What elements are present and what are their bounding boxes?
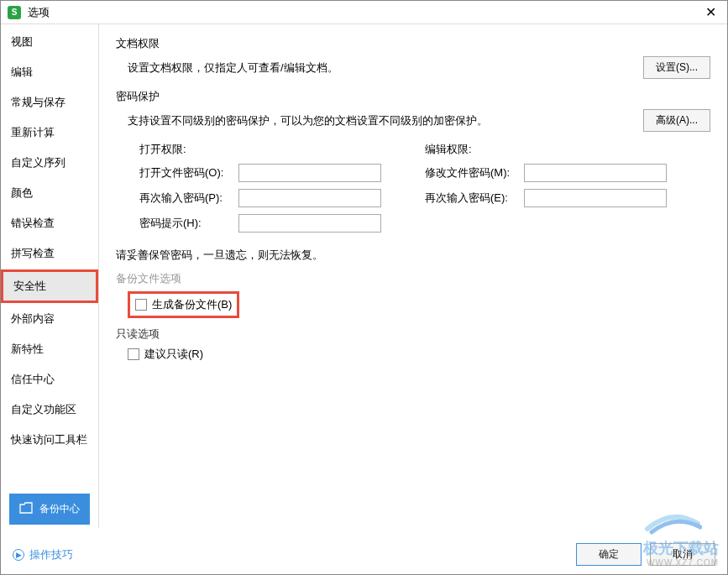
generate-backup-checkbox[interactable] xyxy=(135,299,147,311)
sidebar-item-new-feature[interactable]: 新特性 xyxy=(1,335,98,363)
sidebar: 视图 编辑 常规与保存 重新计算 自定义序列 颜色 错误检查 拼写检查 安全性 … xyxy=(1,24,99,528)
titlebar: S 选项 ✕ xyxy=(1,1,727,24)
pw-protect-row: 支持设置不同级别的密码保护，可以为您的文档设置不同级别的加密保护。 高级(A).… xyxy=(116,109,710,132)
doc-perm-row: 设置文档权限，仅指定人可查看/编辑文档。 设置(S)... xyxy=(116,56,710,79)
hint-label: 密码提示(H): xyxy=(139,216,238,231)
backup-options-title: 备份文件选项 xyxy=(116,271,710,286)
close-button[interactable]: ✕ xyxy=(700,3,720,23)
backup-checkbox-row: 生成备份文件(B) xyxy=(116,291,710,318)
open-pwd-label: 打开文件密码(O): xyxy=(139,165,238,180)
backup-center-button[interactable]: 备份中心 xyxy=(9,494,90,525)
open-perm-label: 打开权限: xyxy=(139,142,238,157)
edit-perm-label: 编辑权限: xyxy=(425,142,524,157)
advanced-button[interactable]: 高级(A)... xyxy=(643,109,710,132)
options-dialog: S 选项 ✕ 视图 编辑 常规与保存 重新计算 自定义序列 颜色 错误检查 拼写… xyxy=(0,0,728,575)
sidebar-item-view[interactable]: 视图 xyxy=(1,28,98,56)
folder-icon xyxy=(19,502,33,516)
pw-protect-desc: 支持设置不同级别的密码保护，可以为您的文档设置不同级别的加密保护。 xyxy=(128,113,488,128)
open-password-input[interactable] xyxy=(238,164,381,182)
sidebar-item-error-check[interactable]: 错误检查 xyxy=(1,209,98,238)
reenter-password-e-input[interactable] xyxy=(524,189,667,207)
sidebar-item-recalc[interactable]: 重新计算 xyxy=(1,118,98,147)
sidebar-item-custom-ribbon[interactable]: 自定义功能区 xyxy=(1,395,98,424)
pw-protect-title: 密码保护 xyxy=(116,89,710,104)
app-icon: S xyxy=(8,6,21,19)
sidebar-item-custom-series[interactable]: 自定义序列 xyxy=(1,149,98,177)
sidebar-item-general-save[interactable]: 常规与保存 xyxy=(1,88,98,117)
dialog-body: 视图 编辑 常规与保存 重新计算 自定义序列 颜色 错误检查 拼写检查 安全性 … xyxy=(1,24,727,528)
play-icon: ▶ xyxy=(13,549,24,561)
suggest-readonly-checkbox[interactable] xyxy=(128,348,139,360)
sidebar-item-external[interactable]: 外部内容 xyxy=(1,305,98,333)
highlight-backup-checkbox: 生成备份文件(B) xyxy=(128,291,239,318)
backup-center-label: 备份中心 xyxy=(39,502,80,516)
ok-button[interactable]: 确定 xyxy=(576,543,642,566)
re-pwd-p-label: 再次输入密码(P): xyxy=(139,191,238,206)
tips-label: 操作技巧 xyxy=(29,547,73,562)
tips-link[interactable]: ▶ 操作技巧 xyxy=(13,547,73,562)
main-panel: 文档权限 设置文档权限，仅指定人可查看/编辑文档。 设置(S)... 密码保护 … xyxy=(99,24,727,528)
footer: ▶ 操作技巧 确定 取消 xyxy=(1,534,727,574)
modify-password-input[interactable] xyxy=(524,164,667,182)
reenter-password-p-input[interactable] xyxy=(238,189,381,207)
sidebar-item-trust-center[interactable]: 信任中心 xyxy=(1,365,98,394)
sidebar-item-quick-access[interactable]: 快速访问工具栏 xyxy=(1,426,98,454)
password-warning: 请妥善保管密码，一旦遗忘，则无法恢复。 xyxy=(116,248,710,263)
readonly-checkbox-row: 建议只读(R) xyxy=(116,347,710,362)
doc-perm-desc: 设置文档权限，仅指定人可查看/编辑文档。 xyxy=(128,60,338,76)
settings-button[interactable]: 设置(S)... xyxy=(643,56,710,79)
sidebar-item-color[interactable]: 颜色 xyxy=(1,179,98,207)
sidebar-item-spell-check[interactable]: 拼写检查 xyxy=(1,239,98,268)
footer-buttons: 确定 取消 xyxy=(576,543,715,566)
sidebar-item-edit[interactable]: 编辑 xyxy=(1,58,98,86)
window-title: 选项 xyxy=(28,5,700,20)
mod-pwd-label: 修改文件密码(M): xyxy=(425,165,524,180)
re-pwd-e-label: 再次输入密码(E): xyxy=(425,191,524,206)
doc-perm-title: 文档权限 xyxy=(116,36,710,51)
sidebar-item-security[interactable]: 安全性 xyxy=(1,269,98,303)
password-area: 打开权限: 编辑权限: 打开文件密码(O): 修改文件密码(M): 再次输 xyxy=(116,142,710,233)
cancel-button[interactable]: 取消 xyxy=(650,543,715,566)
readonly-title: 只读选项 xyxy=(116,327,710,342)
suggest-readonly-label: 建议只读(R) xyxy=(144,347,203,362)
generate-backup-label: 生成备份文件(B) xyxy=(152,297,232,312)
password-hint-input[interactable] xyxy=(238,214,381,233)
